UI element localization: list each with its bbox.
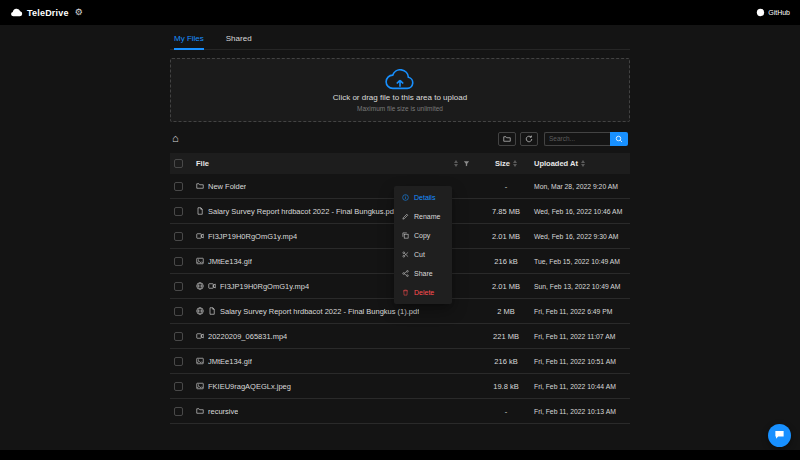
file-uploaded-at: Fri, Feb 11, 2022 10:44 AM (534, 383, 626, 390)
file-size: 216 kB (478, 257, 534, 266)
context-menu-item-details[interactable]: Details (394, 188, 452, 207)
share-icon (401, 270, 409, 277)
teledrive-app: TeleDrive ⚙ GitHub My Files Shared Click… (0, 0, 800, 460)
upload-hint-text: Maximum file size is unlimited (357, 105, 443, 112)
sort-uploaded-at-icon[interactable] (581, 160, 585, 167)
search-input[interactable] (544, 132, 610, 146)
header-checkbox-cell (174, 159, 196, 168)
file-name: FKIEU9ragAQEGLx.jpeg (208, 382, 291, 391)
file-name-cell[interactable]: recursive (196, 407, 478, 416)
column-uploaded-at-label: Uploaded At (534, 159, 578, 168)
file-size: 216 kB (478, 357, 534, 366)
file-uploaded-at: Fri, Feb 11, 2022 11:07 AM (534, 333, 626, 340)
file-name: FI3JP19H0RgOmG1y.mp4 (208, 232, 297, 241)
context-menu-item-delete[interactable]: Delete (394, 283, 452, 302)
row-checkbox-cell (174, 232, 196, 241)
table-row[interactable]: FKIEU9ragAQEGLx.jpeg 19.8 kB Fri, Feb 11… (170, 374, 630, 399)
search-icon (615, 131, 623, 146)
context-menu-item-share[interactable]: Share (394, 264, 452, 283)
file-name-cell[interactable]: Salary Survey Report hrdbacot 2022 - Fin… (196, 307, 478, 316)
row-checkbox[interactable] (174, 207, 183, 216)
scissors-icon (401, 251, 409, 258)
row-checkbox-cell (174, 282, 196, 291)
row-checkbox[interactable] (174, 407, 183, 416)
file-size: 2.01 MB (478, 232, 534, 241)
info-circle-icon (401, 194, 409, 201)
file-size: 19.8 kB (478, 382, 534, 391)
trash-icon (401, 289, 409, 296)
tab-my-files[interactable]: My Files (174, 34, 204, 49)
chat-fab-button[interactable] (768, 424, 791, 447)
file-uploaded-at: Fri, Feb 11, 2022 6:49 PM (534, 308, 626, 315)
file-size: - (478, 407, 534, 416)
row-checkbox-cell (174, 332, 196, 341)
context-menu: Details Rename Copy Cut Share Delete (394, 186, 452, 304)
github-link[interactable]: GitHub (756, 8, 790, 17)
file-name-cell[interactable]: JMtEe134.gif (196, 357, 478, 366)
file-name-cell[interactable]: 20220209_065831.mp4 (196, 332, 478, 341)
video-icon (196, 232, 204, 240)
file-uploaded-at: Sun, Feb 13, 2022 10:49 AM (534, 283, 626, 290)
folder-icon (196, 407, 204, 415)
row-checkbox[interactable] (174, 282, 183, 291)
search-button[interactable] (610, 132, 628, 146)
github-icon (756, 8, 765, 17)
select-all-checkbox[interactable] (174, 159, 183, 168)
brand[interactable]: TeleDrive ⚙ (10, 8, 83, 18)
row-checkbox[interactable] (174, 382, 183, 391)
new-folder-button[interactable] (498, 132, 516, 146)
image-icon (196, 257, 204, 265)
copy-icon (401, 232, 409, 239)
file-uploaded-at: Wed, Feb 16, 2022 10:46 AM (534, 208, 626, 215)
github-link-label: GitHub (768, 9, 790, 16)
file-uploaded-at: Wed, Feb 16, 2022 9:30 AM (534, 233, 626, 240)
context-menu-item-copy[interactable]: Copy (394, 226, 452, 245)
column-file-controls (454, 160, 478, 167)
table-row[interactable]: JMtEe134.gif 216 kB Fri, Feb 11, 2022 10… (170, 349, 630, 374)
upload-dropzone[interactable]: Click or drag file to this area to uploa… (170, 58, 630, 122)
column-file[interactable]: File (196, 159, 478, 168)
sort-file-icon[interactable] (454, 160, 458, 167)
globe-icon (196, 282, 204, 290)
row-checkbox[interactable] (174, 232, 183, 241)
file-name-cell[interactable]: FKIEU9ragAQEGLx.jpeg (196, 382, 478, 391)
cloud-logo-icon (10, 8, 23, 17)
file-size: 2.01 MB (478, 282, 534, 291)
row-checkbox[interactable] (174, 332, 183, 341)
home-icon[interactable]: ⌂ (172, 133, 179, 144)
row-checkbox[interactable] (174, 182, 183, 191)
column-uploaded-at[interactable]: Uploaded At (534, 159, 626, 168)
table-row[interactable]: recursive - Fri, Feb 11, 2022 10:13 AM (170, 399, 630, 424)
file-uploaded-at: Fri, Feb 11, 2022 10:51 AM (534, 358, 626, 365)
sync-icon (525, 131, 533, 146)
upload-main-text: Click or drag file to this area to uploa… (333, 93, 467, 102)
file-name: Salary Survey Report hrdbacot 2022 - Fin… (208, 207, 396, 216)
tab-shared[interactable]: Shared (226, 34, 252, 49)
context-menu-item-rename[interactable]: Rename (394, 207, 452, 226)
filter-icon[interactable] (463, 160, 470, 167)
table-row[interactable]: 20220209_065831.mp4 221 MB Fri, Feb 11, … (170, 324, 630, 349)
row-checkbox-cell (174, 382, 196, 391)
globe-icon (196, 307, 204, 315)
gear-icon[interactable]: ⚙ (75, 8, 83, 17)
column-file-label: File (196, 159, 209, 168)
row-checkbox[interactable] (174, 257, 183, 266)
sort-size-icon[interactable] (513, 160, 517, 167)
video-icon (196, 332, 204, 340)
file-icon (196, 207, 204, 215)
image-icon (196, 357, 204, 365)
row-checkbox[interactable] (174, 357, 183, 366)
column-size-label: Size (495, 159, 510, 168)
row-checkbox[interactable] (174, 307, 183, 316)
file-name: Salary Survey Report hrdbacot 2022 - Fin… (220, 307, 419, 316)
file-icon (208, 307, 216, 315)
column-size[interactable]: Size (478, 159, 534, 168)
chat-icon (774, 428, 785, 443)
cloud-upload-icon (385, 69, 415, 90)
refresh-button[interactable] (520, 132, 538, 146)
table-header-row: File Size Uploaded At (170, 153, 630, 174)
file-size: - (478, 182, 534, 191)
file-name: 20220209_065831.mp4 (208, 332, 287, 341)
file-size: 2 MB (478, 307, 534, 316)
context-menu-item-cut[interactable]: Cut (394, 245, 452, 264)
